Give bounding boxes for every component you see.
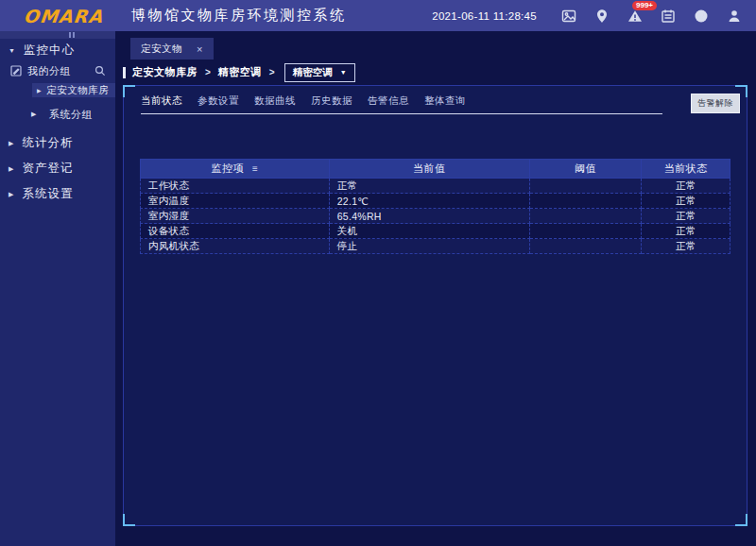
corner-bracket xyxy=(123,514,135,526)
threshold-cell xyxy=(529,179,642,194)
column-current-value: 当前值 xyxy=(329,160,529,179)
caret-right-icon: ▶ xyxy=(9,165,14,173)
breadcrumb-item-ac[interactable]: 精密空调 xyxy=(218,65,262,79)
status-table: 监控项≡ 当前值 阈值 当前状态 工作状态 正常 正常 xyxy=(140,159,730,254)
monitor-item-cell: 室内温度 xyxy=(141,194,330,209)
threshold-cell xyxy=(529,224,642,239)
status-cell: 正常 xyxy=(642,224,730,239)
tab-dingan-wenwu[interactable]: 定安文物 × xyxy=(130,38,214,60)
caret-right-icon: ▶ xyxy=(31,111,37,118)
tab-data-curve[interactable]: 数据曲线 xyxy=(254,94,296,108)
brand-logo: OMARA xyxy=(23,6,104,26)
screenshot-image-icon[interactable] xyxy=(552,9,585,24)
tab-current-status[interactable]: 当前状态 xyxy=(141,94,182,108)
list-icon[interactable]: ≡ xyxy=(252,163,258,174)
sidebar-item-dingan-storage[interactable]: ▶ 定安文物库房 xyxy=(32,83,115,97)
sidebar-item-label: 资产登记 xyxy=(22,161,73,177)
current-value-cell: 65.4%RH xyxy=(329,209,529,224)
caret-down-icon: ▼ xyxy=(9,47,16,54)
caret-right-icon: ▶ xyxy=(9,191,14,198)
status-cell: 正常 xyxy=(642,179,730,194)
table-row: 工作状态 正常 正常 xyxy=(141,179,730,194)
sidebar-item-statistics[interactable]: ▶ 统计分析 xyxy=(0,130,115,156)
content-panel: 当前状态 参数设置 数据曲线 历史数据 告警信息 整体查询 告警解除 监控项≡ xyxy=(123,85,747,526)
calendar-icon[interactable] xyxy=(651,9,684,24)
corner-bracket xyxy=(735,514,747,526)
monitor-item-cell: 设备状态 xyxy=(141,224,330,239)
column-threshold: 阈值 xyxy=(529,160,642,179)
current-value-cell: 停止 xyxy=(329,239,529,254)
threshold-cell xyxy=(529,194,642,209)
page-tabstrip: 定安文物 × xyxy=(115,31,756,60)
sidebar-item-system-groups[interactable]: ▶ 系统分组 xyxy=(0,106,115,123)
sidebar-item-label: 我的分组 xyxy=(27,64,71,78)
threshold-cell xyxy=(529,209,642,224)
status-cell: 正常 xyxy=(642,239,730,254)
monitor-item-cell: 工作状态 xyxy=(141,179,330,194)
tab-close-icon[interactable]: × xyxy=(197,43,203,55)
threshold-cell xyxy=(529,239,642,254)
sidebar-item-label: 统计分析 xyxy=(22,135,73,151)
sidebar-item-system-settings[interactable]: ▶ 系统设置 xyxy=(0,181,115,207)
current-value-cell: 正常 xyxy=(329,179,529,194)
caret-right-icon: ▶ xyxy=(37,87,42,94)
sidebar-item-my-groups[interactable]: 我的分组 xyxy=(0,61,115,80)
tab-alarm-info[interactable]: 告警信息 xyxy=(368,94,409,108)
app-window: OMARA 博物馆文物库房环境测控系统 2021-06-11 11:28:45 … xyxy=(0,0,756,546)
corner-bracket xyxy=(123,85,135,97)
sidebar: ▼ 监控中心 我的分组 ▶ 定安文物库房 ▶ 系统分组 xyxy=(0,31,115,546)
sidebar-item-label: 系统设置 xyxy=(22,186,73,202)
tab-parameter-settings[interactable]: 参数设置 xyxy=(198,94,239,108)
breadcrumb: 定安文物库房 > 精密空调 > 精密空调 ▼ xyxy=(123,60,756,85)
table-row: 内风机状态 停止 正常 xyxy=(141,239,730,254)
current-value-cell: 关机 xyxy=(329,224,529,239)
help-icon[interactable]: ? xyxy=(684,9,717,24)
table-row: 室内温度 22.1℃ 正常 xyxy=(141,194,730,209)
app-header: OMARA 博物馆文物库房环境测控系统 2021-06-11 11:28:45 … xyxy=(0,0,756,31)
location-icon[interactable] xyxy=(585,9,618,24)
device-dropdown[interactable]: 精密空调 ▼ xyxy=(284,63,355,82)
tab-history-data[interactable]: 历史数据 xyxy=(311,94,352,108)
main-area: 定安文物 × 定安文物库房 > 精密空调 > 精密空调 ▼ xyxy=(115,31,756,546)
status-cell: 正常 xyxy=(642,209,730,224)
edit-group-icon xyxy=(10,65,22,77)
search-icon[interactable] xyxy=(94,65,106,77)
status-cell: 正常 xyxy=(642,194,730,209)
chevron-down-icon: ▼ xyxy=(340,69,347,76)
detail-tabs: 当前状态 参数设置 数据曲线 历史数据 告警信息 整体查询 xyxy=(141,94,662,114)
page-tab-label: 定安文物 xyxy=(141,43,182,56)
monitor-item-cell: 室内湿度 xyxy=(141,209,330,224)
svg-text:?: ? xyxy=(698,11,703,21)
breadcrumb-item-storage[interactable]: 定安文物库房 xyxy=(132,65,198,79)
user-icon[interactable] xyxy=(717,9,750,24)
sidebar-item-asset-register[interactable]: ▶ 资产登记 xyxy=(0,156,115,181)
breadcrumb-separator: > xyxy=(205,67,211,77)
sidebar-item-label: 系统分组 xyxy=(49,108,93,122)
alarm-clear-button[interactable]: 告警解除 xyxy=(691,94,740,113)
app-title: 博物馆文物库房环境测控系统 xyxy=(131,7,347,25)
sidebar-item-monitor-center[interactable]: ▼ 监控中心 xyxy=(0,39,115,61)
monitor-item-cell: 内风机状态 xyxy=(141,239,330,254)
sidebar-resize-handle[interactable] xyxy=(0,31,115,39)
datetime-label: 2021-06-11 11:28:45 xyxy=(432,10,537,22)
tab-overall-query[interactable]: 整体查询 xyxy=(424,94,466,108)
sidebar-item-label: 定安文物库房 xyxy=(46,84,109,97)
column-current-status: 当前状态 xyxy=(642,160,730,179)
breadcrumb-accent-bar xyxy=(123,67,126,78)
table-row: 室内湿度 65.4%RH 正常 xyxy=(141,209,730,224)
column-monitor-item: 监控项≡ xyxy=(141,160,330,179)
header-toolbar: 2021-06-11 11:28:45 999+ ? xyxy=(432,9,750,24)
table-row: 设备状态 关机 正常 xyxy=(141,224,730,239)
sidebar-item-label: 监控中心 xyxy=(24,43,75,59)
breadcrumb-separator: > xyxy=(269,67,275,77)
current-value-cell: 22.1℃ xyxy=(329,194,529,209)
table-header-row: 监控项≡ 当前值 阈值 当前状态 xyxy=(141,160,730,179)
caret-right-icon: ▶ xyxy=(9,140,14,147)
alarm-warning-icon[interactable]: 999+ xyxy=(618,9,651,24)
device-dropdown-value: 精密空调 xyxy=(293,66,333,79)
